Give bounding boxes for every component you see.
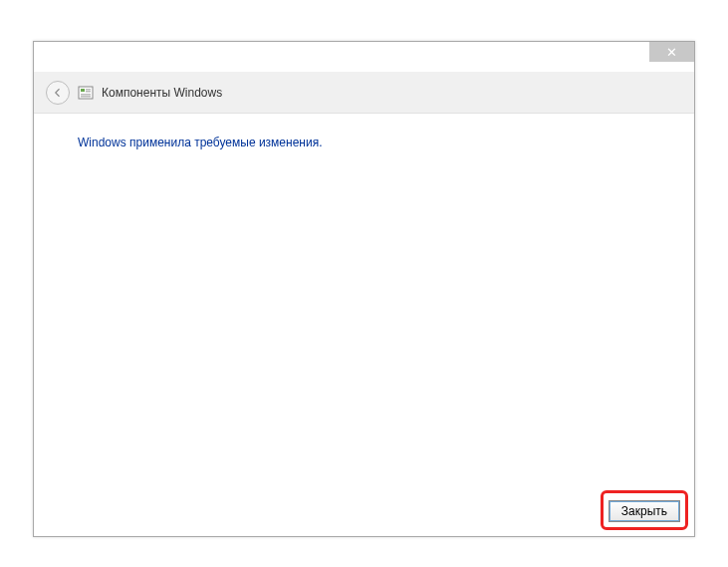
svg-rect-5 — [81, 96, 91, 98]
status-message: Windows применила требуемые изменения. — [78, 136, 650, 149]
svg-rect-4 — [81, 94, 91, 96]
window-close-button[interactable]: ✕ — [649, 42, 694, 62]
footer: Закрыть — [608, 500, 680, 522]
close-icon: ✕ — [666, 45, 677, 60]
header-title: Компоненты Windows — [102, 86, 222, 100]
dialog-window: ✕ Компоненты Windows Windows применила т… — [33, 41, 695, 537]
titlebar: ✕ — [34, 42, 694, 72]
close-button[interactable]: Закрыть — [608, 500, 680, 522]
app-icon — [78, 85, 94, 101]
svg-rect-2 — [86, 89, 91, 91]
header-bar: Компоненты Windows — [34, 72, 694, 114]
back-button[interactable] — [46, 81, 70, 105]
arrow-left-icon — [52, 87, 64, 99]
content-area: Windows применила требуемые изменения. — [34, 114, 694, 492]
svg-rect-3 — [86, 91, 91, 93]
svg-rect-1 — [81, 89, 85, 92]
